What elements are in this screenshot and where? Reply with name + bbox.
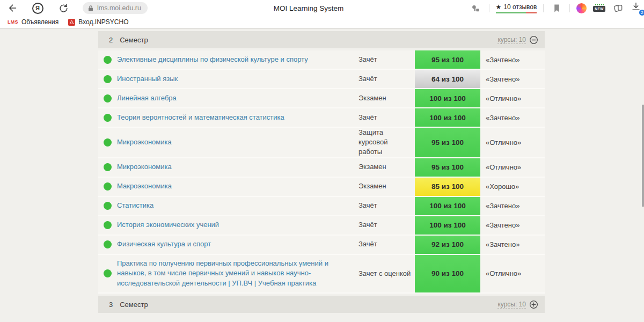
- star-icon: ★: [496, 3, 502, 11]
- expand-plus-icon[interactable]: [529, 300, 538, 309]
- scrollbar-thumb[interactable]: [642, 105, 644, 207]
- status-cell: [98, 89, 117, 107]
- status-cell: [98, 178, 117, 196]
- refresh-button[interactable]: [57, 2, 70, 14]
- bookmarks-bar: LMS Объявления Вход.INPSYCHO: [0, 16, 644, 28]
- status-cell: [98, 255, 117, 293]
- score-badge: 100 из 100: [415, 89, 480, 107]
- grade-text: «Отлично»: [480, 158, 545, 177]
- grade-text: «Зачтено»: [480, 108, 545, 127]
- table-row: Микроэкономика Защита курсовой работы 95…: [98, 128, 545, 158]
- status-cell: [98, 108, 117, 127]
- assessment-type: Экзамен: [358, 89, 415, 107]
- collections-icon: [613, 3, 624, 13]
- collections-button[interactable]: [612, 2, 625, 14]
- assessment-type: Зачёт: [358, 108, 415, 127]
- course-name-cell: Практика по получению первичных професси…: [117, 255, 358, 293]
- courses-count-link[interactable]: курсы: 10: [497, 36, 526, 44]
- course-name-cell: История экономических учений: [117, 216, 358, 235]
- semester-title: Семестр: [120, 301, 148, 309]
- back-button[interactable]: [5, 2, 18, 14]
- tab-title[interactable]: MOI Learning System: [215, 0, 402, 16]
- extension-new-button[interactable]: NEW: [593, 4, 605, 12]
- score-badge: 64 из 100: [415, 70, 480, 88]
- status-cell: [98, 216, 117, 235]
- key-icon: [471, 4, 481, 13]
- assessment-type: Зачёт: [358, 216, 415, 235]
- password-manager-button[interactable]: [470, 2, 482, 14]
- course-name-cell: Микроэкономика: [117, 158, 358, 177]
- grade-text: «Зачтено»: [480, 216, 545, 235]
- site-reviews-button[interactable]: ★ 10 отзывов: [496, 3, 537, 13]
- status-dot-icon: [104, 221, 112, 229]
- status-cell: [98, 158, 117, 177]
- collapse-minus-icon[interactable]: [529, 35, 538, 45]
- course-link[interactable]: Микроэкономика: [117, 137, 172, 148]
- course-link[interactable]: Статистика: [117, 201, 153, 211]
- bookmark-item-announcements[interactable]: LMS Объявления: [5, 17, 61, 27]
- grade-text: «Зачтено»: [480, 70, 545, 88]
- courses-count-link[interactable]: курсы: 10: [497, 301, 526, 309]
- course-name-cell: Макроэкономика: [117, 178, 358, 196]
- score-badge: 95 из 100: [415, 128, 480, 157]
- assessment-type: Зачёт: [358, 70, 415, 88]
- course-name-cell: Микроэкономика: [117, 128, 358, 157]
- grade-text: «Отлично»: [480, 128, 545, 157]
- yandex-home-button[interactable]: Я: [31, 2, 44, 14]
- grade-text: «Зачтено»: [480, 50, 545, 69]
- course-link[interactable]: Теория вероятностей и математическая ста…: [117, 113, 284, 123]
- bookmark-label: Вход.INPSYCHO: [78, 18, 128, 26]
- course-link[interactable]: Иностранный язык: [117, 74, 178, 84]
- address-bar[interactable]: lms.moi.edu.ru: [83, 2, 148, 14]
- course-link[interactable]: Микроэкономика: [117, 162, 172, 172]
- semester-2-header[interactable]: 2 Семестр курсы: 10: [98, 31, 545, 48]
- downloads-count-badge: 2: [639, 10, 644, 16]
- table-row: История экономических учений Зачёт 100 и…: [98, 216, 545, 236]
- status-dot-icon: [104, 75, 112, 83]
- back-arrow-icon: [6, 3, 17, 13]
- score-badge: 95 из 100: [415, 50, 480, 69]
- status-dot-icon: [104, 56, 112, 64]
- lms-page: 2 Семестр курсы: 10 Элективные дисциплин…: [0, 29, 644, 322]
- status-cell: [98, 236, 117, 254]
- course-name-cell: Теория вероятностей и математическая ста…: [117, 108, 358, 127]
- status-cell: [98, 70, 117, 88]
- score-badge: 85 из 100: [415, 178, 480, 196]
- yandex-logo-icon: Я: [32, 3, 43, 14]
- course-link[interactable]: Практика по получению первичных професси…: [117, 259, 351, 289]
- status-dot-icon: [104, 240, 112, 248]
- status-dot-icon: [104, 163, 112, 171]
- table-row: Макроэкономика Экзамен 85 из 100 «Хорошо…: [98, 178, 545, 197]
- course-link[interactable]: Физическая культура и спорт: [117, 239, 211, 250]
- toolbar-right-icons: ★ 10 отзывов NEW 2: [470, 0, 644, 16]
- status-cell: [98, 50, 117, 69]
- reviews-count-label: 10 отзывов: [503, 3, 537, 11]
- grade-text: «Отлично»: [480, 255, 545, 293]
- semester-number: 3: [109, 301, 113, 309]
- bookmark-flag-icon: [553, 4, 561, 13]
- status-dot-icon: [104, 94, 112, 103]
- course-link[interactable]: Линейная алгебра: [117, 93, 177, 104]
- refresh-icon: [58, 3, 69, 13]
- course-name-cell: Статистика: [117, 197, 358, 215]
- reviews-rating-bar: [496, 12, 537, 13]
- new-badge: NEW: [593, 6, 605, 12]
- divider: [543, 4, 544, 12]
- status-dot-icon: [104, 138, 112, 147]
- course-link[interactable]: Элективные дисциплины по физической куль…: [117, 55, 308, 65]
- bookmark-button[interactable]: [550, 2, 563, 14]
- score-badge: 100 из 100: [415, 216, 480, 235]
- semester-3-header[interactable]: 3 Семестр курсы: 10: [98, 296, 545, 313]
- status-cell: [98, 197, 117, 215]
- url-text: lms.moi.edu.ru: [97, 4, 141, 12]
- downloads-button[interactable]: 2: [631, 2, 643, 14]
- grade-text: «Хорошо»: [480, 178, 545, 196]
- course-link[interactable]: История экономических учений: [117, 220, 219, 230]
- lms-favicon: LMS: [8, 19, 18, 25]
- browser-toolbar: Я lms.moi.edu.ru MOI Learning System ★ 1…: [0, 0, 644, 16]
- course-link[interactable]: Макроэкономика: [117, 181, 172, 192]
- course-table-body: Элективные дисциплины по физической куль…: [98, 50, 545, 294]
- bookmark-item-inpsycho[interactable]: Вход.INPSYCHO: [66, 17, 130, 27]
- course-name-cell: Иностранный язык: [117, 70, 358, 88]
- extension-browser-icon[interactable]: [576, 3, 587, 13]
